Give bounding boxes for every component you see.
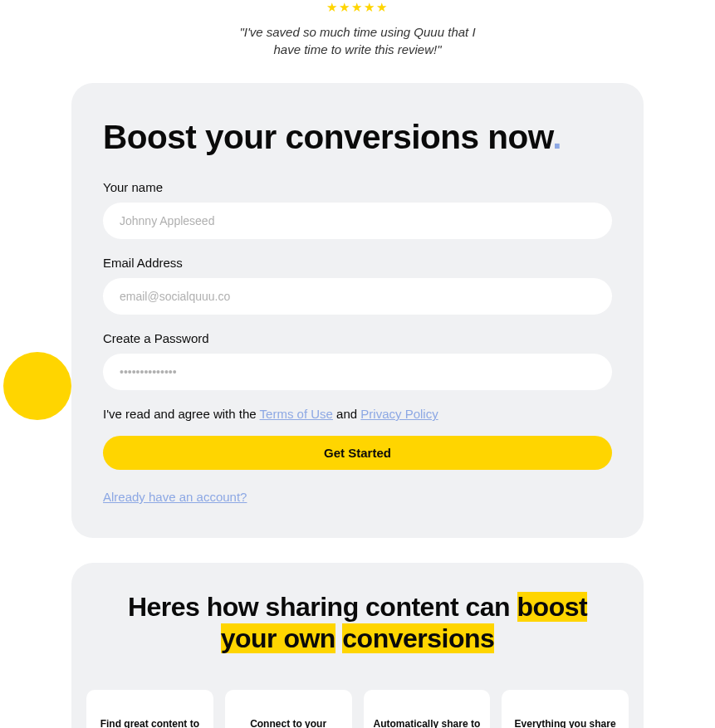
testimonial: ★★★★★ "I've saved so much time using Quu… — [0, 0, 715, 83]
feature-text: Everything you share leads to your own c… — [510, 718, 620, 728]
feature-card: Connect to your favourite tool to schedu… — [225, 690, 352, 728]
feature-text: Find great content to share with Quuu — [95, 718, 205, 728]
name-input[interactable] — [103, 203, 612, 239]
features-title-highlight-2: conversions — [342, 623, 494, 653]
email-form-group: Email Address — [103, 256, 612, 315]
terms-mid: and — [333, 407, 360, 421]
features-title: Heres how sharing content can boost your… — [113, 591, 602, 655]
email-input[interactable] — [103, 278, 612, 315]
get-started-button[interactable]: Get Started — [103, 436, 612, 470]
features-title-prefix: Heres how sharing content can — [128, 592, 517, 622]
password-form-group: Create a Password — [103, 331, 612, 390]
feature-cards: Find great content to share with Quuu Co… — [71, 690, 644, 728]
feature-text: Automatically share to Facebook, Twitter… — [372, 718, 482, 728]
feature-card: Everything you share leads to your own c… — [502, 690, 629, 728]
title-dot: . — [552, 118, 561, 156]
decorative-circle — [3, 352, 71, 420]
terms-prefix: I've read and agree with the — [103, 407, 260, 421]
testimonial-quote: "I've saved so much time using Quuu that… — [233, 23, 482, 58]
feature-text: Connect to your favourite tool to schedu… — [233, 718, 344, 728]
terms-text: I've read and agree with the Terms of Us… — [103, 407, 612, 421]
star-rating-icon: ★★★★★ — [17, 0, 698, 15]
email-label: Email Address — [103, 256, 612, 270]
signup-card: Boost your conversions now. Your name Em… — [71, 83, 644, 538]
password-input[interactable] — [103, 354, 612, 390]
password-label: Create a Password — [103, 331, 612, 345]
features-section: Heres how sharing content can boost your… — [71, 563, 644, 728]
signin-link[interactable]: Already have an account? — [103, 490, 247, 504]
card-title-main: Boost your conversions now — [103, 118, 552, 156]
feature-card: Automatically share to Facebook, Twitter… — [364, 690, 491, 728]
card-title: Boost your conversions now. — [103, 118, 612, 157]
name-label: Your name — [103, 180, 612, 194]
feature-card: Find great content to share with Quuu — [86, 690, 213, 728]
name-form-group: Your name — [103, 180, 612, 239]
privacy-policy-link[interactable]: Privacy Policy — [360, 407, 438, 421]
terms-of-use-link[interactable]: Terms of Use — [260, 407, 333, 421]
